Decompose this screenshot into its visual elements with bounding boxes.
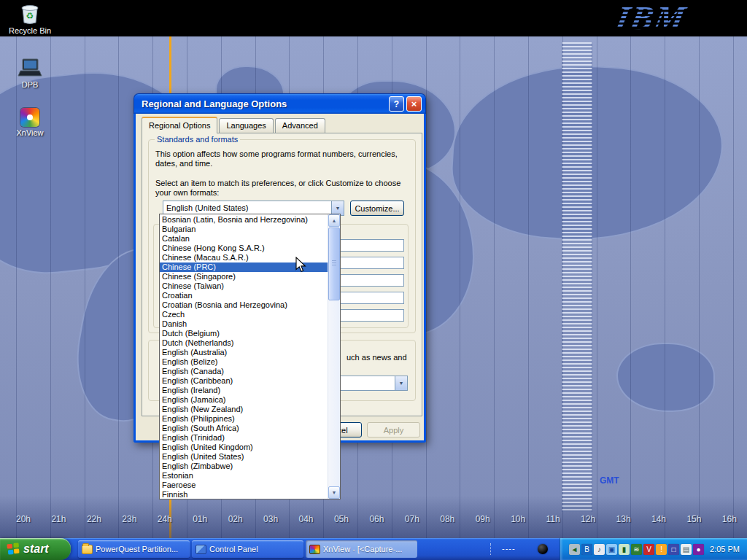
timezone-label: 24h bbox=[158, 514, 172, 524]
language-option[interactable]: Czech bbox=[160, 310, 328, 319]
ibm-logo: IBM bbox=[612, 0, 690, 37]
close-button[interactable]: × bbox=[406, 96, 422, 112]
taskbar-button-xnview[interactable]: XnView - [<Capture-... bbox=[306, 540, 417, 558]
taskbar-button-powerquest[interactable]: PowerQuest Partition... bbox=[78, 540, 190, 558]
timezone-label: 11h bbox=[546, 514, 560, 524]
help-button[interactable]: ? bbox=[389, 96, 404, 112]
volume-icon[interactable]: ♪ bbox=[594, 544, 605, 555]
svg-text:♻: ♻ bbox=[26, 11, 34, 21]
desktop-icon-recycle-bin[interactable]: ♻ Recycle Bin bbox=[6, 1, 54, 35]
timezone-label: 22h bbox=[87, 514, 101, 524]
tab-label: Languages bbox=[226, 121, 266, 130]
language-option[interactable]: Bosnian (Latin, Bosnia and Herzegovina) bbox=[160, 215, 328, 225]
language-option[interactable]: Estonian bbox=[160, 471, 328, 481]
timezone-label: 10h bbox=[511, 514, 525, 524]
safely-remove-hardware-icon[interactable]: ◄ bbox=[569, 544, 580, 555]
scroll-down-icon[interactable]: ▼ bbox=[328, 486, 340, 499]
tab-regional-options[interactable]: Regional Options bbox=[142, 117, 217, 133]
battery-status-icon[interactable]: ▮ bbox=[619, 544, 630, 555]
language-option[interactable]: Dutch (Netherlands) bbox=[160, 338, 328, 348]
task-icon bbox=[309, 545, 320, 554]
dialog-titlebar[interactable]: Regional and Language Options ? × bbox=[133, 93, 426, 114]
location-text-fragment: uch as news and bbox=[347, 353, 407, 362]
task-icon bbox=[82, 545, 93, 554]
timezone-label: 21h bbox=[51, 514, 66, 524]
desktop: ♻ Recycle Bin IBM 20h21h22h23h24h01h02h0… bbox=[0, 0, 747, 560]
language-option[interactable]: Faeroese bbox=[160, 481, 328, 490]
list-scrollbar[interactable]: ▲ ▼ bbox=[328, 214, 340, 499]
network-status-icon[interactable]: ▣ bbox=[606, 544, 617, 555]
language-option[interactable]: English (Zimbabwe) bbox=[160, 462, 328, 471]
display-settings-icon[interactable]: □ bbox=[668, 544, 679, 555]
timezone-label: 15h bbox=[686, 514, 701, 524]
language-option[interactable]: English (South Africa) bbox=[160, 424, 328, 433]
timezone-label: 05h bbox=[334, 514, 349, 524]
timezone-label: 08h bbox=[440, 514, 454, 524]
language-option[interactable]: English (Jamaica) bbox=[160, 395, 328, 405]
customize-button[interactable]: Customize... bbox=[350, 201, 404, 216]
toolbar-grip[interactable] bbox=[490, 543, 492, 555]
task-label: PowerQuest Partition... bbox=[96, 545, 178, 553]
language-option[interactable]: English (New Zealand) bbox=[160, 405, 328, 414]
standards-instruction: Select an item to match its preferences,… bbox=[155, 179, 409, 198]
timezone-label: 01h bbox=[193, 514, 207, 524]
scroll-up-icon[interactable]: ▲ bbox=[328, 214, 340, 227]
mouse-cursor bbox=[295, 257, 306, 274]
desktop-icon-label: DPB bbox=[22, 80, 39, 89]
timezone-label: 03h bbox=[263, 514, 278, 524]
language-option[interactable]: English (Caribbean) bbox=[160, 376, 328, 386]
timezone-label: 04h bbox=[299, 514, 314, 524]
language-option[interactable]: English (Ireland) bbox=[160, 386, 328, 395]
scheduler-icon[interactable]: ● bbox=[693, 544, 704, 555]
language-option[interactable]: English (Australia) bbox=[160, 348, 328, 357]
language-option[interactable]: Croatian bbox=[160, 291, 328, 300]
timezone-label: 12h bbox=[581, 514, 595, 524]
language-dropdown-list: Bosnian (Latin, Bosnia and Herzegovina)B… bbox=[159, 214, 341, 499]
taskbar-clock[interactable]: 2:05 PM bbox=[710, 545, 740, 553]
timezone-label: 23h bbox=[122, 514, 136, 524]
language-option[interactable]: English (Canada) bbox=[160, 367, 328, 376]
scrollbar-thumb[interactable] bbox=[328, 228, 340, 300]
language-option[interactable]: English (United Kingdom) bbox=[160, 443, 328, 452]
date-line-hatched-band bbox=[562, 42, 592, 512]
windows-flag-icon bbox=[7, 542, 20, 556]
language-option[interactable]: Catalan bbox=[160, 234, 328, 244]
language-option[interactable]: Croatian (Bosnia and Herzegovina) bbox=[160, 300, 328, 310]
task-label: XnView - [<Capture-... bbox=[323, 545, 402, 553]
language-option[interactable]: Danish bbox=[160, 319, 328, 329]
language-option[interactable]: English (Philippines) bbox=[160, 414, 328, 424]
taskbar-button-control-panel[interactable]: Control Panel bbox=[192, 540, 303, 558]
language-option[interactable]: Finnish bbox=[160, 490, 328, 499]
language-option[interactable]: English (Trinidad) bbox=[160, 433, 328, 443]
language-option[interactable]: Chinese (Taiwan) bbox=[160, 281, 328, 291]
timezone-label: 13h bbox=[616, 514, 631, 524]
tab-advanced[interactable]: Advanced bbox=[275, 118, 325, 133]
timezone-label-row: 20h21h22h23h24h01h02h03h04h05h06h07h08h0… bbox=[16, 514, 737, 524]
language-option[interactable]: English (United States) bbox=[160, 452, 328, 462]
timezone-label: 02h bbox=[228, 514, 243, 524]
tab-languages[interactable]: Languages bbox=[219, 118, 273, 133]
gmt-label: GMT bbox=[600, 475, 619, 486]
update-notification-icon[interactable]: ! bbox=[656, 544, 667, 555]
language-option[interactable]: Chinese (Hong Kong S.A.R.) bbox=[160, 244, 328, 253]
language-option[interactable]: Bulgarian bbox=[160, 225, 328, 234]
language-option[interactable]: English (Belize) bbox=[160, 357, 328, 367]
desktop-icon-dpb[interactable]: DPB bbox=[6, 58, 54, 89]
recycle-bin-icon: ♻ bbox=[19, 1, 41, 25]
start-button-label: start bbox=[23, 542, 53, 556]
desktop-icon-xnview[interactable]: XnView bbox=[6, 108, 54, 137]
group-caption: Standards and formats bbox=[155, 135, 240, 144]
chevron-down-icon[interactable]: ▼ bbox=[395, 376, 407, 390]
bluetooth-icon[interactable]: B bbox=[581, 544, 592, 555]
apply-button[interactable]: Apply bbox=[367, 422, 420, 438]
wireless-signal-icon[interactable]: ≋ bbox=[631, 544, 642, 555]
language-option[interactable]: Dutch (Belgium) bbox=[160, 329, 328, 338]
taskbar-app-icon[interactable] bbox=[538, 544, 548, 554]
start-button[interactable]: start bbox=[0, 538, 71, 560]
task-icon bbox=[196, 545, 206, 554]
tab-label: Advanced bbox=[282, 121, 318, 130]
taskbar: start PowerQuest Partition... Control Pa… bbox=[0, 538, 747, 560]
antivirus-icon[interactable]: V bbox=[643, 544, 654, 555]
tab-label: Regional Options bbox=[149, 121, 210, 130]
clipboard-manager-icon[interactable]: ▤ bbox=[681, 544, 692, 555]
